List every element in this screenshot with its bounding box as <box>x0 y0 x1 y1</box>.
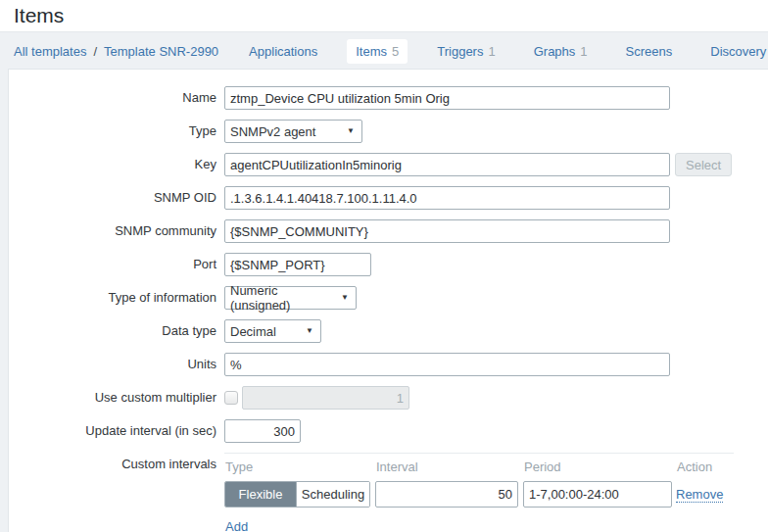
snmp-oid-input[interactable] <box>224 186 670 210</box>
port-input[interactable] <box>224 253 371 276</box>
tab-count: 1 <box>580 44 587 59</box>
form-row-key: Key Select <box>9 153 768 176</box>
form-row-port: Port <box>9 253 768 276</box>
port-label: Port <box>9 253 224 276</box>
form-row-custom-intervals: Custom intervals Type Interval Period Ac… <box>9 453 768 532</box>
breadcrumb-separator: / <box>93 44 97 59</box>
header-type: Type <box>225 459 376 474</box>
data-type-select[interactable]: Decimal ▼ <box>224 319 321 343</box>
type-of-information-select[interactable]: Numeric (unsigned) ▼ <box>224 286 357 310</box>
tab-label: Screens <box>626 44 673 59</box>
data-type-select-value: Decimal <box>230 324 276 339</box>
form-row-name: Name <box>9 86 768 110</box>
form-row-snmp-community: SNMP community <box>9 219 768 243</box>
type-select-value: SNMPv2 agent <box>230 124 315 139</box>
interval-type-toggle: Flexible Scheduling <box>224 481 370 508</box>
dropdown-arrow-icon: ▼ <box>306 327 313 335</box>
tab-discovery-rules[interactable]: Discovery rules 2 <box>701 39 768 64</box>
type-of-information-select-value: Numeric (unsigned) <box>230 283 341 313</box>
tab-count: 5 <box>392 44 399 59</box>
use-custom-multiplier-checkbox[interactable] <box>224 391 238 405</box>
tab-triggers[interactable]: Triggers 1 <box>428 39 504 64</box>
header-period: Period <box>524 459 677 474</box>
update-interval-label: Update interval (in sec) <box>9 419 224 443</box>
type-of-information-label: Type of information <box>9 286 224 310</box>
custom-interval-row: Flexible Scheduling Remove <box>224 481 734 508</box>
flexible-button[interactable]: Flexible <box>225 482 296 507</box>
snmp-oid-label: SNMP OID <box>9 186 224 210</box>
form-row-units: Units <box>9 353 768 376</box>
form-row-snmp-oid: SNMP OID <box>9 186 768 210</box>
breadcrumb-all-templates[interactable]: All templates <box>14 44 86 59</box>
item-form-panel: Name Type SNMPv2 agent ▼ Key Select SNMP… <box>8 69 768 532</box>
type-label: Type <box>9 120 224 143</box>
tab-items[interactable]: Items 5 <box>347 39 408 64</box>
type-select[interactable]: SNMPv2 agent ▼ <box>224 120 362 143</box>
dropdown-arrow-icon: ▼ <box>341 294 349 302</box>
header-interval: Interval <box>376 459 524 474</box>
units-input[interactable] <box>224 353 670 376</box>
form-row-data-type: Data type Decimal ▼ <box>9 319 768 343</box>
period-input[interactable] <box>523 481 672 508</box>
remove-link[interactable]: Remove <box>676 487 723 503</box>
custom-intervals-label: Custom intervals <box>9 453 224 532</box>
dropdown-arrow-icon: ▼ <box>347 127 355 135</box>
custom-intervals-header-row: Type Interval Period Action <box>224 454 734 481</box>
custom-multiplier-input <box>242 386 409 410</box>
interval-input[interactable] <box>375 481 518 508</box>
tab-label: Discovery rules <box>710 44 768 59</box>
scheduling-button[interactable]: Scheduling <box>296 482 369 507</box>
key-input[interactable] <box>224 153 670 176</box>
update-interval-input[interactable] <box>224 419 301 443</box>
tab-label: Items <box>356 44 387 59</box>
tab-label: Triggers <box>437 44 483 59</box>
tab-count: 1 <box>488 44 495 59</box>
header-action: Action <box>677 459 735 474</box>
key-label: Key <box>9 153 224 176</box>
data-type-label: Data type <box>9 319 224 343</box>
name-input[interactable] <box>224 86 670 110</box>
select-button[interactable]: Select <box>675 153 732 176</box>
tab-graphs[interactable]: Graphs 1 <box>525 39 597 64</box>
breadcrumb: All templates / Template SNR-2990 Applic… <box>0 33 768 69</box>
add-link[interactable]: Add <box>225 519 248 532</box>
page-title: Items <box>14 4 64 27</box>
custom-intervals-table: Type Interval Period Action Flexible Sch… <box>224 453 734 532</box>
units-label: Units <box>9 353 224 376</box>
tab-label: Graphs <box>534 44 576 59</box>
form-row-use-custom-multiplier: Use custom multiplier <box>9 386 768 410</box>
breadcrumb-template[interactable]: Template SNR-2990 <box>104 44 218 59</box>
form-row-update-interval: Update interval (in sec) <box>9 419 768 443</box>
tab-label: Applications <box>249 44 317 59</box>
tab-screens[interactable]: Screens <box>617 39 682 64</box>
name-label: Name <box>9 86 224 110</box>
page-header: Items <box>0 0 768 32</box>
form-row-type: Type SNMPv2 agent ▼ <box>9 120 768 143</box>
snmp-community-input[interactable] <box>224 219 670 243</box>
items-page: Items All templates / Template SNR-2990 … <box>0 0 768 532</box>
tab-applications[interactable]: Applications <box>240 39 326 64</box>
snmp-community-label: SNMP community <box>9 219 224 243</box>
use-custom-multiplier-label: Use custom multiplier <box>9 386 224 410</box>
form-row-type-of-information: Type of information Numeric (unsigned) ▼ <box>9 286 768 310</box>
